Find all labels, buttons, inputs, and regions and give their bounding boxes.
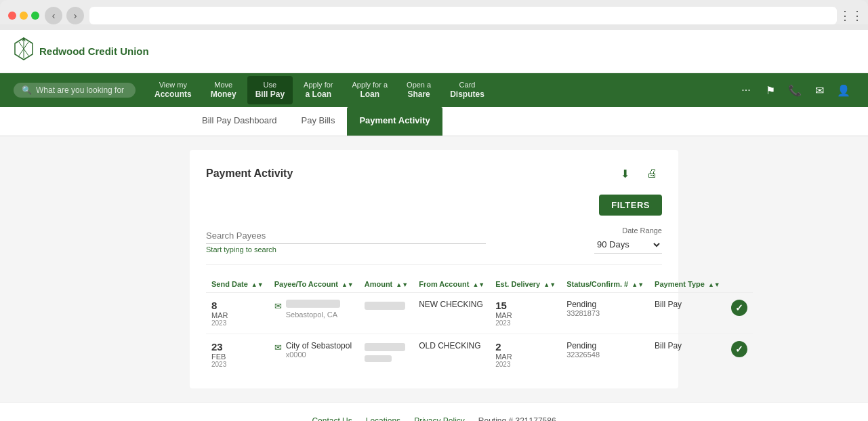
- amount-value-hidden: [365, 302, 405, 310]
- send-date-cell: 8 MAR 2023: [206, 293, 269, 334]
- est-delivery-cell: 2 MAR 2023: [490, 334, 561, 376]
- amount-cell: [359, 334, 413, 376]
- address-bar[interactable]: [89, 7, 837, 24]
- nav-item-apply-loan-2[interactable]: Apply for a Loan: [344, 76, 396, 104]
- payee-cell: ✉ Sebastopol, CA: [269, 293, 359, 334]
- nav-item-share[interactable]: Open a Share: [398, 76, 439, 104]
- sort-payment-type: ▲▼: [708, 282, 720, 288]
- flag-icon[interactable]: ⚑: [760, 79, 781, 101]
- nav-item-accounts[interactable]: View my Accounts: [146, 76, 200, 104]
- date-range-select[interactable]: 90 Days: [594, 236, 662, 254]
- sort-send-date: ▲▼: [251, 282, 264, 288]
- tab-payment-activity[interactable]: Payment Activity: [347, 107, 442, 136]
- nav-icons: ··· ⚑ 📞 ✉ 👤: [735, 79, 854, 101]
- nav-item-bill-pay[interactable]: Use Bill Pay: [247, 76, 293, 104]
- browser-navigation: ‹ ›: [45, 7, 84, 24]
- search-hint: Start typing to search: [206, 245, 486, 254]
- browser-chrome: ‹ › ⋮⋮: [0, 0, 868, 24]
- download-icon[interactable]: ⬇: [615, 163, 635, 184]
- payee-cell: ✉ City of Sebastopol x0000: [269, 334, 359, 376]
- amount-cell: [359, 293, 413, 334]
- card-header-right: ⬇ 🖨: [615, 163, 662, 184]
- footer-links: Contact Us Locations Privacy Policy Rout…: [14, 416, 854, 421]
- filters-button[interactable]: FILTERS: [599, 195, 662, 216]
- footer: Contact Us Locations Privacy Policy Rout…: [0, 402, 868, 421]
- search-payee-input[interactable]: [206, 228, 486, 244]
- checkmark-icon: ✓: [731, 300, 747, 316]
- global-search[interactable]: 🔍: [14, 83, 136, 98]
- date-range-label: Date Range: [499, 226, 662, 235]
- top-header: Redwood Credit Union: [0, 30, 868, 73]
- search-input[interactable]: [36, 85, 124, 95]
- user-icon[interactable]: 👤: [833, 79, 854, 101]
- window-controls: [8, 12, 39, 20]
- nav-items: View my Accounts Move Money Use Bill Pay…: [146, 76, 493, 104]
- card-header: Payment Activity ⬇ 🖨: [206, 163, 662, 184]
- col-payee[interactable]: Payee/To Account ▲▼: [269, 276, 359, 293]
- nav-item-apply-loan[interactable]: Apply for a Loan: [295, 76, 341, 104]
- est-delivery-cell: 15 MAR 2023: [490, 293, 561, 334]
- col-status[interactable]: Status/Confirm. # ▲▼: [561, 276, 649, 293]
- col-from-account[interactable]: From Account ▲▼: [413, 276, 490, 293]
- sort-from-account: ▲▼: [472, 282, 484, 288]
- envelope-icon: ✉: [274, 301, 282, 311]
- col-amount[interactable]: Amount ▲▼: [359, 276, 413, 293]
- card-title: Payment Activity: [206, 167, 293, 180]
- checkmark-cell: ✓: [726, 293, 753, 334]
- sort-est-delivery: ▲▼: [543, 282, 556, 288]
- col-payment-type[interactable]: Payment Type ▲▼: [649, 276, 726, 293]
- col-est-delivery[interactable]: Est. Delivery ▲▼: [490, 276, 561, 293]
- browser-menu-icon: ⋮⋮: [842, 7, 860, 24]
- nav-bar: 🔍 View my Accounts Move Money Use Bill P…: [0, 73, 868, 107]
- tab-pay-bills[interactable]: Pay Bills: [289, 107, 348, 136]
- more-icon[interactable]: ···: [735, 79, 757, 101]
- locations-link[interactable]: Locations: [366, 416, 400, 421]
- close-dot[interactable]: [8, 12, 16, 20]
- status-cell: Pending 32326548: [561, 334, 649, 376]
- nav-item-money[interactable]: Move Money: [203, 76, 245, 104]
- search-icon: 🔍: [22, 85, 32, 95]
- logo-area: Redwood Credit Union: [14, 37, 149, 66]
- status-cell: Pending 33281873: [561, 293, 649, 334]
- sort-status: ▲▼: [632, 282, 644, 288]
- content-area: Payment Activity ⬇ 🖨 FILTERS Start typin…: [0, 136, 868, 402]
- minimize-dot[interactable]: [20, 12, 28, 20]
- phone-icon[interactable]: 📞: [784, 79, 806, 101]
- payment-table: Send Date ▲▼ Payee/To Account ▲▼ Amount …: [206, 276, 753, 375]
- from-account-cell: NEW CHECKING: [413, 293, 490, 334]
- envelope-icon: ✉: [274, 342, 282, 353]
- sort-amount: ▲▼: [396, 282, 408, 288]
- search-payee-wrap: Start typing to search: [206, 228, 486, 254]
- mail-icon[interactable]: ✉: [808, 79, 830, 101]
- nav-item-disputes[interactable]: Card Disputes: [442, 76, 493, 104]
- payment-activity-card: Payment Activity ⬇ 🖨 FILTERS Start typin…: [190, 150, 678, 388]
- print-icon[interactable]: 🖨: [642, 163, 662, 184]
- tab-bill-pay-dashboard[interactable]: Bill Pay Dashboard: [190, 107, 289, 136]
- search-filter-row: Start typing to search Date Range 90 Day…: [206, 226, 662, 265]
- col-check: [726, 276, 753, 293]
- sort-payee: ▲▼: [342, 282, 354, 288]
- contact-us-link[interactable]: Contact Us: [312, 416, 352, 421]
- from-account-cell: OLD CHECKING: [413, 334, 490, 376]
- table-row: 8 MAR 2023 ✉ Sebastopol, CA: [206, 293, 753, 334]
- logo-icon: [14, 37, 34, 66]
- routing-number: Routing # 321177586: [478, 416, 556, 421]
- payment-type-cell: Bill Pay: [649, 293, 726, 334]
- amount-value-hidden: [365, 343, 405, 351]
- tabs-bar: Bill Pay Dashboard Pay Bills Payment Act…: [0, 107, 868, 136]
- send-date-cell: 23 FEB 2023: [206, 334, 269, 376]
- privacy-policy-link[interactable]: Privacy Policy: [414, 416, 465, 421]
- date-range-wrap: Date Range 90 Days: [499, 226, 662, 254]
- logo-text: Redwood Credit Union: [39, 45, 149, 58]
- col-send-date[interactable]: Send Date ▲▼: [206, 276, 269, 293]
- checkmark-cell: ✓: [726, 334, 753, 376]
- back-button[interactable]: ‹: [45, 7, 62, 24]
- page-wrapper: Redwood Credit Union 🔍 View my Accounts …: [0, 30, 868, 421]
- fullscreen-dot[interactable]: [31, 12, 39, 20]
- payment-type-cell: Bill Pay: [649, 334, 726, 376]
- forward-button[interactable]: ›: [66, 7, 84, 24]
- checkmark-icon: ✓: [731, 341, 747, 357]
- table-row: 23 FEB 2023 ✉ City of Sebastopol x0000: [206, 334, 753, 376]
